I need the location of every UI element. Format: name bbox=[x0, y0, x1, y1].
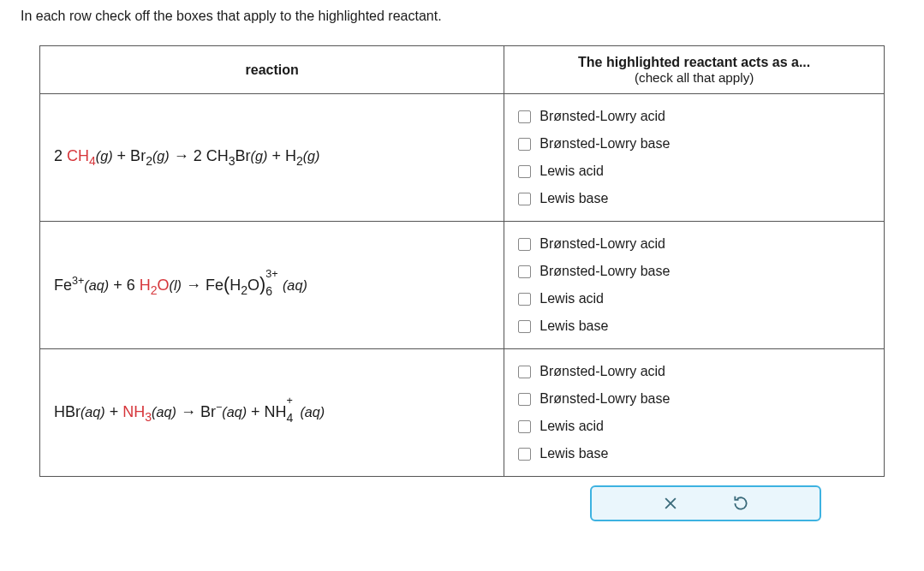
r2-stacksub: 6 bbox=[265, 284, 272, 298]
r3-nh: NH bbox=[122, 403, 145, 420]
checkbox-icon[interactable] bbox=[518, 448, 531, 461]
opt-label: Lewis acid bbox=[539, 291, 604, 306]
opt-label: Lewis acid bbox=[539, 419, 604, 434]
r2-o: O bbox=[158, 277, 170, 294]
opt-label: Lewis base bbox=[539, 191, 608, 206]
checkbox-icon[interactable] bbox=[518, 420, 531, 433]
opt3-bl-base[interactable]: Brønsted-Lowry base bbox=[518, 385, 870, 413]
opt-label: Brønsted-Lowry base bbox=[539, 264, 670, 279]
r1-s2: (g) bbox=[152, 148, 170, 164]
r1-b2: Br bbox=[235, 147, 251, 164]
r2-po2: O bbox=[247, 277, 259, 294]
reset-icon[interactable] bbox=[731, 494, 750, 513]
opt3-l-base[interactable]: Lewis base bbox=[518, 440, 870, 467]
opt1-l-acid[interactable]: Lewis acid bbox=[518, 158, 870, 185]
close-icon[interactable] bbox=[661, 494, 680, 513]
checkbox-icon[interactable] bbox=[518, 193, 531, 205]
r1-bsub: 3 bbox=[229, 154, 235, 168]
r3-plus1: + bbox=[105, 403, 123, 420]
opt3-l-acid[interactable]: Lewis acid bbox=[518, 413, 870, 440]
r2-s1: (aq) bbox=[84, 277, 109, 293]
opt2-l-base[interactable]: Lewis base bbox=[518, 312, 870, 340]
header-acts-as-title: The highlighted reactant acts as a... bbox=[578, 55, 810, 69]
r3-highlighted: NH3 bbox=[122, 403, 152, 420]
r2-stacksup: 3+ bbox=[265, 268, 277, 280]
opt1-bl-base[interactable]: Brønsted-Lowry base bbox=[518, 130, 870, 158]
opt2-l-acid[interactable]: Lewis acid bbox=[518, 285, 870, 312]
r3-s4: (aq) bbox=[293, 404, 325, 419]
r3-s2: (aq) bbox=[152, 404, 176, 419]
opt-label: Brønsted-Lowry acid bbox=[539, 364, 665, 379]
r1-s3: (g) bbox=[251, 148, 268, 164]
r3-stacksub: 4 bbox=[287, 411, 294, 425]
r2-ph: H bbox=[230, 277, 241, 294]
r2-psub: 2 bbox=[241, 283, 247, 297]
r1-hsub: 2 bbox=[296, 154, 303, 168]
r2-h: H bbox=[140, 277, 151, 294]
r1-ch: CH bbox=[67, 147, 89, 164]
opt-label: Brønsted-Lowry base bbox=[539, 391, 670, 407]
opt-label: Lewis base bbox=[539, 318, 608, 334]
reaction-3: HBr(aq) + NH3(aq) → Br−(aq) + NH+4(aq) bbox=[39, 349, 504, 477]
r3-hbr: HBr bbox=[54, 403, 80, 420]
opt1-bl-acid[interactable]: Brønsted-Lowry acid bbox=[518, 103, 870, 130]
opt-label: Brønsted-Lowry acid bbox=[539, 109, 665, 124]
r2-arrow: → bbox=[182, 277, 206, 294]
r1-chsub: 4 bbox=[89, 154, 96, 168]
opt-label: Lewis acid bbox=[539, 164, 604, 179]
opt-label: Lewis base bbox=[539, 446, 608, 461]
r2-plus1: + 6 bbox=[109, 277, 135, 294]
r3-br: Br bbox=[200, 403, 216, 420]
r2-s2: (l) bbox=[170, 277, 182, 293]
checkbox-icon[interactable] bbox=[518, 238, 531, 251]
footer-toolbar bbox=[590, 485, 821, 521]
checkbox-icon[interactable] bbox=[518, 320, 531, 333]
r1-s1: (g) bbox=[96, 148, 113, 164]
opt-label: Brønsted-Lowry acid bbox=[539, 236, 665, 252]
r1-b: 2 CH bbox=[194, 147, 229, 164]
header-acts-as-sub: (check all that apply) bbox=[518, 70, 870, 85]
r1-brsub: 2 bbox=[146, 154, 152, 168]
header-reaction: reaction bbox=[39, 46, 504, 94]
r1-plus2: + H bbox=[267, 147, 296, 164]
checkbox-icon[interactable] bbox=[518, 165, 531, 178]
checkbox-icon[interactable] bbox=[518, 393, 531, 406]
r3-stacksup: + bbox=[287, 395, 293, 407]
options-2: Brønsted-Lowry acid Brønsted-Lowry base … bbox=[504, 222, 885, 349]
reaction-2: Fe3+(aq) + 6 H2O(l) → Fe(H2O)3+6(aq) bbox=[39, 222, 504, 349]
r2-fe: Fe bbox=[54, 277, 72, 294]
r1-plus1: + Br bbox=[113, 147, 146, 164]
r1-highlighted: CH4 bbox=[67, 147, 96, 164]
opt1-l-base[interactable]: Lewis base bbox=[518, 185, 870, 212]
r2-hsub: 2 bbox=[151, 283, 158, 297]
r1-coef: 2 bbox=[54, 147, 63, 164]
opt3-bl-acid[interactable]: Brønsted-Lowry acid bbox=[518, 358, 870, 385]
r3-s1: (aq) bbox=[80, 404, 105, 419]
checkbox-icon[interactable] bbox=[518, 366, 531, 378]
r3-stack: +4 bbox=[287, 403, 294, 421]
options-1: Brønsted-Lowry acid Brønsted-Lowry base … bbox=[504, 94, 885, 222]
r2-stack: 3+6 bbox=[265, 277, 272, 294]
checkbox-icon[interactable] bbox=[518, 293, 531, 306]
r3-arrow: → bbox=[176, 403, 200, 420]
r2-highlighted: H2O bbox=[140, 277, 170, 294]
reaction-1: 2 CH4(g) + Br2(g) → 2 CH3Br(g) + H2(g) bbox=[39, 94, 504, 222]
instruction-text: In each row check off the boxes that app… bbox=[21, 9, 907, 24]
opt2-bl-base[interactable]: Brønsted-Lowry base bbox=[518, 258, 870, 285]
opt-label: Brønsted-Lowry base bbox=[539, 136, 670, 152]
checkbox-icon[interactable] bbox=[518, 110, 531, 123]
r3-nhsub: 3 bbox=[145, 410, 152, 424]
opt2-bl-acid[interactable]: Brønsted-Lowry acid bbox=[518, 230, 870, 258]
r3-s3: (aq) bbox=[222, 404, 247, 419]
r2-fesup: 3+ bbox=[72, 275, 84, 287]
r1-arrow: → bbox=[170, 147, 194, 164]
reactions-table: reaction The highlighted reactant acts a… bbox=[39, 45, 885, 477]
r1-s4: (g) bbox=[303, 148, 320, 164]
r2-prod: Fe bbox=[206, 277, 224, 294]
checkbox-icon[interactable] bbox=[518, 138, 531, 151]
checkbox-icon[interactable] bbox=[518, 265, 531, 278]
header-acts-as: The highlighted reactant acts as a... (c… bbox=[504, 46, 885, 94]
r3-plus2: + NH bbox=[247, 403, 287, 420]
options-3: Brønsted-Lowry acid Brønsted-Lowry base … bbox=[504, 349, 885, 477]
